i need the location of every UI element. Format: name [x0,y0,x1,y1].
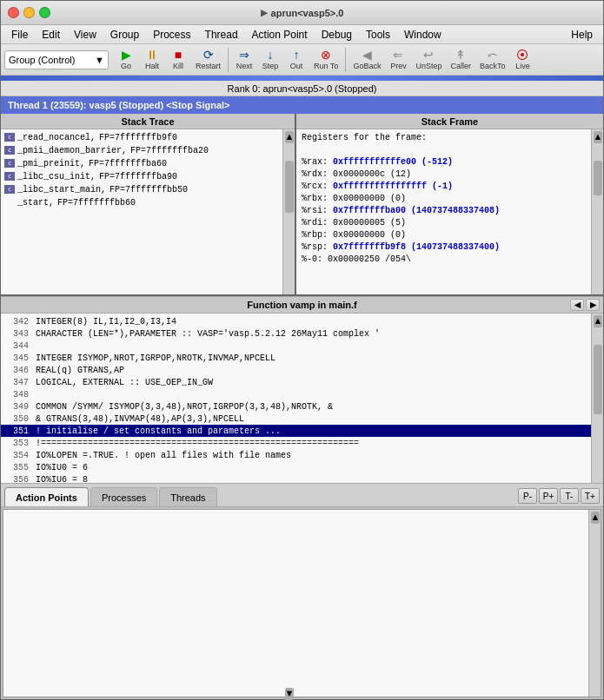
tab-control-buttons: P- P+ T- T+ [518,488,600,506]
scrollbar-thumb[interactable] [285,161,294,213]
out-button[interactable]: ↑ Out [284,47,309,72]
kill-button[interactable]: ■ Kill [166,47,190,72]
tab-action-points[interactable]: Action Points [4,487,89,506]
stack-trace-panel: Stack Trace c_read_nocancel,FP=7fffffffb… [1,114,296,294]
code-row[interactable]: 347 LOGICAL, EXTERNAL :: USE_OEP_IN_GW [1,376,591,388]
stack-row[interactable]: c_pmi_preinit,FP=7fffffffba60 [4,157,279,169]
line-number: 349 [1,402,36,412]
stack-row[interactable]: _start,FP=7fffffffbb60 [4,196,279,208]
live-button[interactable]: ⦿ Live [510,47,534,72]
collapse-btn[interactable]: ▶ [586,299,600,311]
menu-tools[interactable]: Tools [359,27,397,43]
menu-view[interactable]: View [67,27,103,43]
menu-window[interactable]: Window [397,27,448,43]
halt-button[interactable]: ⏸ Halt [140,47,164,72]
tab-threads[interactable]: Threads [159,487,216,506]
minimize-button[interactable] [23,7,35,18]
sf-scrollbar-thumb[interactable] [594,161,602,195]
code-row[interactable]: 353!====================================… [1,437,591,449]
next-button[interactable]: ⇒ Next [232,47,256,72]
line-number: 356 [1,475,36,484]
t-minus-button[interactable]: T- [560,488,579,504]
run-to-button[interactable]: ⊗ Run To [310,47,342,72]
bottom-scrollbar[interactable]: ▲ [588,510,601,697]
code-row[interactable]: 348 [1,388,591,400]
scrollbar-up-arrow[interactable]: ▲ [285,131,294,143]
back-to-button[interactable]: ⤺ BackTo [476,47,509,72]
code-row[interactable]: 342 INTEGER(8) IL,I1,I2_0,I3,I4 [1,315,591,327]
function-header: Function vamp in main.f ◀ ▶ [1,296,603,314]
stack-frame-panel: Stack Frame Registers for the frame: %ra… [296,114,603,294]
register-name: %rsp: [302,242,333,252]
code-text: INTEGER(8) IL,I1,I2_0,I3,I4 [36,317,591,327]
stack-row[interactable]: c_libc_start_main,FP=7fffffffbb50 [4,183,279,195]
sf-scroll-up[interactable]: ▲ [594,131,602,143]
prev-button[interactable]: ⇐ Prev [386,47,410,72]
code-row[interactable]: 344 [1,340,591,352]
stack-row[interactable]: c_pmii_daemon_barrier,FP=7fffffffba20 [4,144,279,156]
code-row[interactable]: 355 IO%IU0 = 6 [1,461,591,473]
maximize-button[interactable] [39,7,50,18]
p-minus-button[interactable]: P- [518,488,537,504]
code-text: INTEGER ISYMOP,NROT,IGRPOP,NROTK,INVMAP,… [36,353,591,363]
menu-process[interactable]: Process [146,27,197,43]
bottom-scroll-up[interactable]: ▲ [591,512,600,524]
close-button[interactable] [8,7,19,18]
stack-func-name: _libc_csu_init, [17,172,96,182]
register-row: %rbp: 0x00000000 (0) [302,230,586,242]
stack-fp-value: FP=7fffffffba60 [89,159,167,168]
register-content: Registers for the frame: %rax: 0xfffffff… [296,129,591,294]
step-button[interactable]: ↓ Step [258,47,282,72]
unstep-button[interactable]: ↩ UnStep [412,47,445,72]
code-row[interactable]: 351! initialise / set constants and para… [1,425,591,437]
code-text: LOGICAL, EXTERNAL :: USE_OEP_IN_GW [36,378,591,387]
caller-button[interactable]: ↟ Caller [447,47,475,72]
code-row[interactable]: 356 IO%IU6 = 8 [1,473,591,483]
code-row[interactable]: 343 CHARACTER (LEN=*),PARAMETER :: VASP=… [1,327,591,340]
line-number: 343 [1,329,36,339]
menu-debug[interactable]: Debug [315,27,359,43]
code-scrollbar-thumb[interactable] [594,345,602,414]
back-to-icon: ⤺ [488,49,498,61]
code-text: !=======================================… [36,439,591,448]
code-row[interactable]: 349 COMMON /SYMM/ ISYMOP(3,3,48),NROT,IG… [1,400,591,413]
go-button[interactable]: ▶ Go [114,47,138,72]
stack-frame-scrollbar[interactable]: ▲ [591,129,603,294]
code-row[interactable]: 346 REAL(q) GTRANS,AP [1,364,591,376]
stack-badge: c [4,133,15,142]
menu-group[interactable]: Group [103,27,146,43]
register-value: 0xffffffffffffffff (-1) [333,182,453,191]
stack-badge: c [4,185,15,194]
stack-row[interactable]: c_read_nocancel,FP=7fffffffb9f0 [4,131,279,143]
stack-trace-scrollbar[interactable]: ▲ ▼ [282,129,295,294]
stack-func-name: _pmi_preinit, [17,159,85,168]
t-plus-button[interactable]: T+ [581,488,600,504]
menu-edit[interactable]: Edit [35,27,67,43]
code-content: 342 INTEGER(8) IL,I1,I2_0,I3,I4343 CHARA… [1,314,591,483]
register-value: 0x00000000 (0) [333,194,406,203]
stack-row[interactable]: c_libc_csu_init,FP=7fffffffba90 [4,170,279,182]
stack-func-name: _libc_start_main, [17,185,106,195]
code-scroll-up[interactable]: ▲ [594,315,602,327]
menu-thread[interactable]: Thread [198,27,245,43]
p-plus-button[interactable]: P+ [539,488,558,504]
group-dropdown[interactable]: Group (Control) ▼ [4,50,109,69]
bottom-panel-content [3,510,588,697]
menu-action-point[interactable]: Action Point [245,27,315,43]
reg-blank [302,145,586,157]
code-row[interactable]: 345 INTEGER ISYMOP,NROT,IGRPOP,NROTK,INV… [1,352,591,364]
expand-btn[interactable]: ◀ [570,299,584,311]
menu-help[interactable]: Help [564,27,600,43]
go-back-icon: ◀ [362,49,372,61]
stack-fp-value: FP=7fffffffba90 [99,172,177,182]
go-back-button[interactable]: ◀ GoBack [349,47,384,72]
stack-fp-value: FP=7fffffffb9f0 [99,133,177,142]
line-number: 345 [1,353,36,363]
code-scrollbar[interactable]: ▲ [591,314,603,483]
register-row: %rcx: 0xffffffffffffffff (-1) [302,182,586,194]
restart-button[interactable]: ⟳ Restart [192,47,224,72]
tab-processes[interactable]: Processes [90,487,157,506]
code-row[interactable]: 350 & GTRANS(3,48),INVMAP(48),AP(3,3),NP… [1,413,591,425]
menu-file[interactable]: File [4,27,35,43]
code-row[interactable]: 354 IO%LOPEN =.TRUE. ! open all files wi… [1,449,591,461]
